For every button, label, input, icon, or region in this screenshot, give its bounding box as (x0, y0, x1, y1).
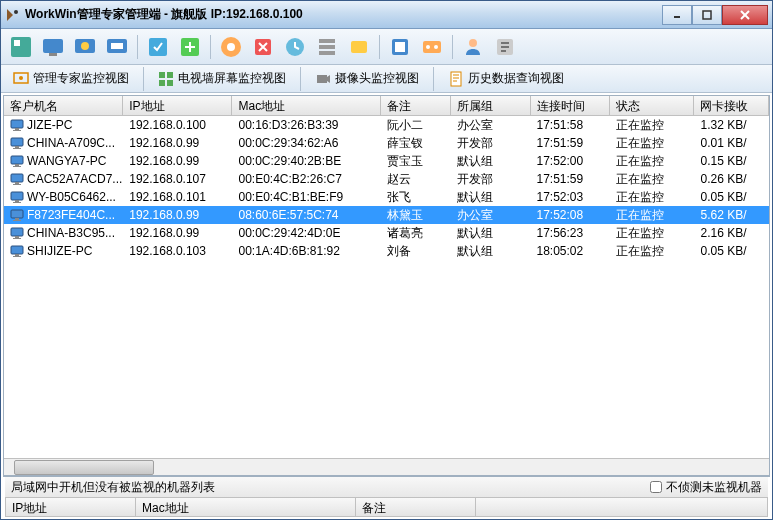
table-row[interactable]: SHIJIZE-PC192.168.0.10300:1A:4D:6B:81:92… (4, 242, 769, 260)
tool-icon-1[interactable] (7, 33, 35, 61)
tool-icon-9[interactable] (281, 33, 309, 61)
cell-group: 办公室 (451, 116, 531, 135)
window-title: WorkWin管理专家管理端 - 旗舰版 IP:192.168.0.100 (25, 6, 662, 23)
svg-point-0 (14, 10, 18, 14)
titlebar: WorkWin管理专家管理端 - 旗舰版 IP:192.168.0.100 (1, 1, 772, 29)
th-net[interactable]: 网卡接收 (694, 96, 769, 115)
cell-note: 贾宝玉 (381, 152, 451, 171)
th-ip[interactable]: IP地址 (123, 96, 232, 115)
svg-point-24 (469, 39, 477, 47)
svg-rect-20 (395, 42, 405, 52)
svg-rect-57 (13, 256, 21, 257)
maximize-button[interactable] (692, 5, 722, 25)
tool-icon-12[interactable] (386, 33, 414, 61)
cell-ip: 192.168.0.99 (123, 135, 232, 151)
view-tabs: 管理专家监控视图 电视墙屏幕监控视图 摄像头监控视图 历史数据查询视图 (1, 65, 772, 93)
cell-note: 薛宝钗 (381, 134, 451, 153)
svg-rect-32 (317, 75, 327, 83)
svg-rect-55 (11, 246, 23, 254)
th-time[interactable]: 连接时间 (531, 96, 611, 115)
cell-status: 正在监控 (610, 170, 694, 189)
svg-rect-39 (13, 148, 21, 149)
close-button[interactable] (722, 5, 768, 25)
cell-status: 正在监控 (610, 152, 694, 171)
svg-rect-6 (14, 40, 20, 46)
cell-group: 默认组 (451, 152, 531, 171)
cell-mac: 00:0C:29:34:62:A6 (232, 135, 381, 151)
tool-icon-11[interactable] (345, 33, 373, 61)
table-row[interactable]: CHINA-A709C...192.168.0.9900:0C:29:34:62… (4, 134, 769, 152)
cell-note: 阮小二 (381, 116, 451, 135)
table-row[interactable]: CAC52A7ACD7...192.168.0.10700:E0:4C:B2:2… (4, 170, 769, 188)
cell-time: 17:51:59 (531, 171, 611, 187)
cell-note: 张飞 (381, 188, 451, 207)
tool-icon-13[interactable] (418, 33, 446, 61)
svg-rect-54 (13, 238, 21, 239)
svg-rect-42 (13, 166, 21, 167)
cell-mac: 08:60:6E:57:5C:74 (232, 207, 381, 223)
tool-icon-14[interactable] (459, 33, 487, 61)
cell-group: 开发部 (451, 170, 531, 189)
th-group[interactable]: 所属组 (451, 96, 531, 115)
tab-history-view[interactable]: 历史数据查询视图 (442, 68, 570, 89)
cell-net: 2.16 KB/ (694, 225, 769, 241)
svg-rect-40 (11, 156, 23, 164)
scrollbar-thumb[interactable] (14, 460, 154, 475)
svg-rect-31 (167, 80, 173, 86)
cell-mac: 00:0C:29:40:2B:BE (232, 153, 381, 169)
bottom-table-header: IP地址 Mac地址 备注 (5, 497, 768, 517)
cell-name: SHIJIZE-PC (4, 243, 123, 259)
cell-mac: 00:16:D3:26:B3:39 (232, 117, 381, 133)
svg-point-27 (19, 76, 23, 80)
window-controls (662, 5, 768, 25)
cell-net: 0.05 KB/ (694, 189, 769, 205)
cell-group: 开发部 (451, 134, 531, 153)
cell-ip: 192.168.0.99 (123, 153, 232, 169)
tab-expert-view[interactable]: 管理专家监控视图 (7, 68, 135, 89)
table-row[interactable]: F8723FE404C...192.168.0.9908:60:6E:57:5C… (4, 206, 769, 224)
tool-icon-3[interactable] (71, 33, 99, 61)
svg-rect-33 (451, 72, 461, 86)
cell-status: 正在监控 (610, 116, 694, 135)
cell-group: 默认组 (451, 242, 531, 261)
tab-label: 摄像头监控视图 (335, 70, 419, 87)
table-row[interactable]: JIZE-PC192.168.0.10000:16:D3:26:B3:39阮小二… (4, 116, 769, 134)
cell-note: 刘备 (381, 242, 451, 261)
tab-camera-view[interactable]: 摄像头监控视图 (309, 68, 425, 89)
cell-net: 0.01 KB/ (694, 135, 769, 151)
tool-icon-15[interactable] (491, 33, 519, 61)
tool-icon-7[interactable] (217, 33, 245, 61)
no-detect-checkbox-wrap[interactable]: 不侦测未监视机器 (650, 479, 762, 496)
cell-status: 正在监控 (610, 206, 694, 225)
bth-mac[interactable]: Mac地址 (136, 498, 356, 516)
cell-group: 办公室 (451, 206, 531, 225)
no-detect-checkbox[interactable] (650, 481, 662, 493)
th-status[interactable]: 状态 (610, 96, 694, 115)
cell-status: 正在监控 (610, 134, 694, 153)
minimize-button[interactable] (662, 5, 692, 25)
table-row[interactable]: WANGYA7-PC192.168.0.9900:0C:29:40:2B:BE贾… (4, 152, 769, 170)
svg-rect-41 (15, 164, 19, 166)
th-note[interactable]: 备注 (381, 96, 451, 115)
tool-icon-10[interactable] (313, 33, 341, 61)
tool-icon-4[interactable] (103, 33, 131, 61)
cell-name: CHINA-A709C... (4, 135, 123, 151)
svg-rect-44 (15, 182, 19, 184)
tool-icon-5[interactable] (144, 33, 172, 61)
svg-rect-37 (11, 138, 23, 146)
th-name[interactable]: 客户机名 (4, 96, 123, 115)
th-mac[interactable]: Mac地址 (232, 96, 381, 115)
table-row[interactable]: CHINA-B3C95...192.168.0.9900:0C:29:42:4D… (4, 224, 769, 242)
tool-icon-2[interactable] (39, 33, 67, 61)
bth-ip[interactable]: IP地址 (6, 498, 136, 516)
cell-name: F8723FE404C... (4, 207, 123, 223)
tab-tvwall-view[interactable]: 电视墙屏幕监控视图 (152, 68, 292, 89)
table-row[interactable]: WY-B05C6462...192.168.0.10100:E0:4C:B1:B… (4, 188, 769, 206)
bth-note[interactable]: 备注 (356, 498, 476, 516)
tool-icon-6[interactable] (176, 33, 204, 61)
horizontal-scrollbar[interactable] (4, 458, 769, 475)
grid-icon (158, 71, 174, 87)
cell-mac: 00:E0:4C:B2:26:C7 (232, 171, 381, 187)
svg-rect-8 (49, 53, 57, 56)
tool-icon-8[interactable] (249, 33, 277, 61)
